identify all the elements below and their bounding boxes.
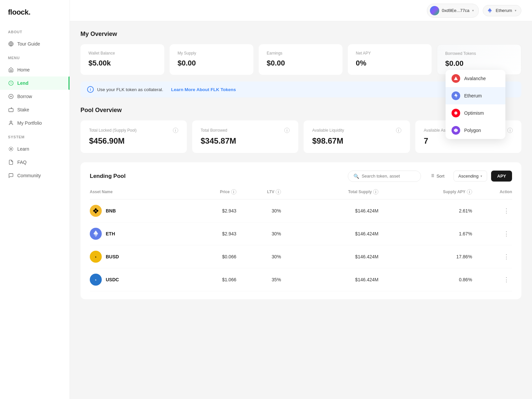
- usdc-logo: $: [90, 274, 102, 286]
- overview-title: My Overview: [80, 31, 521, 38]
- flk-banner-text: Use your FLK token as collateral.: [97, 87, 163, 92]
- busd-price: $0.066: [184, 245, 236, 268]
- wallet-balance-value: $5.00k: [88, 59, 156, 67]
- sidebar-section-system: SYSTEM: [0, 135, 69, 142]
- sidebar-item-label: Learn: [17, 146, 29, 152]
- sidebar-item-learn[interactable]: Learn: [0, 142, 69, 156]
- bnb-action-menu[interactable]: ⋮: [501, 206, 512, 215]
- sidebar-item-borrow[interactable]: Borrow: [0, 90, 69, 103]
- flk-info-icon: i: [87, 86, 94, 93]
- svg-point-32: [454, 111, 457, 114]
- apy-button[interactable]: APY: [491, 171, 512, 182]
- svg-rect-6: [9, 109, 13, 112]
- borrow-icon: [8, 93, 14, 99]
- flk-learn-link[interactable]: Learn More About FLK Tokens: [171, 87, 236, 92]
- overview-section: My Overview Wallet Balance $5.00k My Sup…: [80, 31, 521, 75]
- learn-icon: [8, 146, 14, 152]
- usdc-action-menu[interactable]: ⋮: [501, 275, 512, 284]
- sidebar-item-stake[interactable]: Stake: [0, 103, 69, 116]
- price-info-icon[interactable]: i: [231, 189, 236, 195]
- eth-action-menu[interactable]: ⋮: [501, 229, 512, 238]
- busd-logo: $: [90, 251, 102, 263]
- total-borrowed-header: Total Borrowed i: [201, 128, 290, 133]
- sidebar-item-label: Home: [17, 67, 30, 72]
- sidebar-item-label: FAQ: [17, 160, 27, 165]
- ethereum-label: Etherum: [464, 93, 482, 98]
- sidebar-item-home[interactable]: Home: [0, 63, 69, 76]
- total-supply-info-icon[interactable]: i: [373, 189, 378, 195]
- avalanche-label: Avalanche: [464, 76, 486, 81]
- ltv-info-icon[interactable]: i: [276, 189, 281, 195]
- total-locked-header: Total Locked (Supply Pool) i: [89, 128, 178, 133]
- total-locked-info-icon[interactable]: i: [173, 128, 178, 133]
- optimism-icon: [452, 109, 460, 117]
- ethereum-icon: [486, 7, 493, 14]
- network-name: Etherum: [496, 8, 512, 13]
- polygon-icon: [452, 126, 460, 135]
- network-chevron-icon: ▾: [515, 9, 516, 12]
- optimism-label: Optimism: [464, 110, 484, 116]
- total-borrowed-info-icon[interactable]: i: [284, 128, 290, 133]
- ascending-dropdown[interactable]: Ascending ▾: [454, 171, 487, 182]
- earnings-label: Earnings: [267, 51, 334, 56]
- network-button[interactable]: Etherum ▾: [483, 5, 521, 16]
- eth-cell: ETH: [90, 228, 184, 240]
- col-ltv: LTV i: [236, 189, 281, 200]
- usdc-cell: $ USDC: [90, 274, 184, 286]
- sidebar-item-label: Community: [17, 173, 41, 178]
- wallet-address: 0xd9Ee...77ca: [442, 8, 469, 13]
- sidebar-item-portfolio[interactable]: My Portfolio: [0, 116, 69, 130]
- usdc-total-supply: $146.424M: [281, 268, 378, 291]
- available-liquidity-info-icon[interactable]: i: [396, 128, 401, 133]
- table-row: $ BUSD $0.066 30% $146.424M 17.86% ⋮: [90, 245, 512, 268]
- search-input[interactable]: [362, 174, 415, 179]
- wallet-chevron-icon: ▾: [472, 9, 474, 12]
- bnb-supply-apy: 2.61%: [378, 200, 472, 222]
- earnings-card: Earnings $0.00: [259, 44, 342, 75]
- net-apy-value: 0%: [356, 59, 424, 67]
- wallet-button[interactable]: 0xd9Ee...77ca ▾: [427, 4, 479, 18]
- col-asset-name: Asset Name: [90, 189, 184, 200]
- usdc-supply-apy: 0.86%: [378, 268, 472, 291]
- col-total-supply: Total Supply i: [281, 189, 378, 200]
- network-optimism[interactable]: Optimism: [446, 104, 505, 122]
- busd-action-menu[interactable]: ⋮: [501, 252, 512, 261]
- col-action: Action: [472, 189, 512, 200]
- sort-button[interactable]: Sort: [425, 170, 450, 182]
- sidebar-item-label: My Portfolio: [17, 120, 42, 126]
- sidebar-item-lend[interactable]: Lend: [0, 76, 69, 90]
- sidebar-item-faq[interactable]: FAQ: [0, 156, 69, 169]
- available-liquidity-value: $98.67M: [312, 136, 401, 146]
- svg-marker-18: [94, 208, 97, 211]
- busd-name: BUSD: [106, 254, 119, 259]
- network-dropdown: Avalanche Etherum Optimism Polygon: [446, 70, 505, 139]
- total-borrowed-label: Total Borrowed: [201, 128, 227, 133]
- sort-label: Sort: [437, 174, 445, 179]
- table-row: ETH $2.943 30% $146.424M 1.67% ⋮: [90, 222, 512, 245]
- bnb-cell: BNB: [90, 205, 184, 217]
- borrowed-tokens-label: Borrowed Tokens: [445, 51, 513, 56]
- total-locked-label: Total Locked (Supply Pool): [89, 128, 137, 133]
- sidebar-item-label: Stake: [17, 107, 29, 112]
- search-icon: 🔍: [353, 174, 359, 179]
- busd-ltv: 30%: [236, 245, 281, 268]
- svg-point-8: [10, 148, 12, 150]
- network-ethereum[interactable]: Etherum: [446, 87, 505, 104]
- svg-marker-19: [96, 209, 99, 212]
- available-assets-info-icon[interactable]: i: [507, 128, 513, 133]
- eth-total-supply: $146.424M: [281, 222, 378, 245]
- network-polygon[interactable]: Polygon: [446, 122, 505, 139]
- svg-marker-29: [454, 76, 458, 80]
- sidebar-item-community[interactable]: Community: [0, 169, 69, 182]
- topbar: 0xd9Ee...77ca ▾ Etherum ▾: [70, 0, 532, 21]
- sidebar-item-label: Tour Guide: [17, 41, 40, 47]
- lending-pool-table: Asset Name Price i LTV: [90, 189, 512, 291]
- svg-marker-33: [454, 128, 458, 132]
- network-avalanche[interactable]: Avalanche: [446, 70, 505, 87]
- usdc-ltv: 35%: [236, 268, 281, 291]
- supply-apy-info-icon[interactable]: i: [467, 189, 472, 195]
- sidebar-item-tour-guide[interactable]: Tour Guide: [0, 37, 69, 51]
- col-supply-apy: Supply APY i: [378, 189, 472, 200]
- busd-cell: $ BUSD: [90, 251, 184, 263]
- total-locked-value: $456.90M: [89, 136, 178, 146]
